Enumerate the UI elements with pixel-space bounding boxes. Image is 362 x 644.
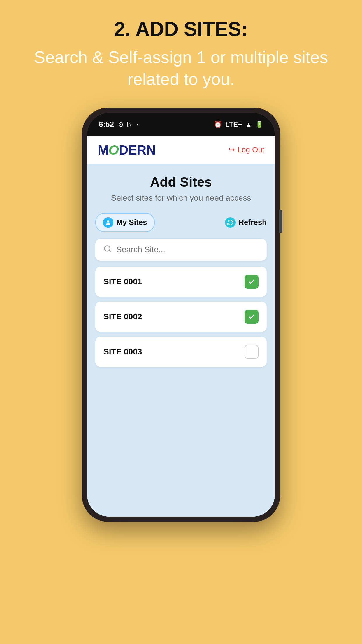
signal-icon: ▲ xyxy=(245,121,252,128)
app-header: MODERN ↪ Log Out xyxy=(87,136,275,164)
logout-label: Log Out xyxy=(237,145,264,154)
logo-mo: M xyxy=(98,142,108,158)
lte-label: LTE+ xyxy=(225,120,242,129)
site-item-0002[interactable]: SITE 0002 xyxy=(95,302,267,332)
step-title: 2. ADD SITES: xyxy=(23,18,339,40)
site-name-0002: SITE 0002 xyxy=(103,312,142,321)
side-button xyxy=(279,210,282,233)
alarm-icon: ⏰ xyxy=(214,121,222,128)
page-body: Add Sites Select sites for which you nee… xyxy=(87,164,275,517)
instruction-section: 2. ADD SITES: Search & Self-assign 1 or … xyxy=(0,0,362,102)
svg-point-1 xyxy=(105,246,110,251)
my-sites-button[interactable]: My Sites xyxy=(95,213,155,232)
logo-dern: DERN xyxy=(119,142,155,158)
status-bar: 6:52 ⊙ ▷ • ⏰ LTE+ ▲ 🔋 xyxy=(87,113,275,136)
phone-mockup: 6:52 ⊙ ▷ • ⏰ LTE+ ▲ 🔋 MODERN ↪ Lo xyxy=(82,108,280,522)
search-container[interactable] xyxy=(95,239,267,261)
search-input[interactable] xyxy=(116,245,259,254)
site-checkbox-0002[interactable] xyxy=(245,310,259,324)
step-subtitle: Search & Self-assign 1 or multiple sites… xyxy=(23,46,339,90)
app-logo: MODERN xyxy=(98,142,155,158)
status-time: 6:52 xyxy=(99,120,114,129)
phone-screen: 6:52 ⊙ ▷ • ⏰ LTE+ ▲ 🔋 MODERN ↪ Lo xyxy=(87,113,275,517)
status-left: 6:52 ⊙ ▷ • xyxy=(99,120,139,129)
site-item-0001[interactable]: SITE 0001 xyxy=(95,267,267,297)
logo-o: O xyxy=(108,142,119,158)
logout-arrow-icon: ↪ xyxy=(229,145,235,154)
status-icon-1: ⊙ xyxy=(118,121,123,128)
toolbar-row: My Sites Refresh xyxy=(95,213,267,232)
site-checkbox-0003[interactable] xyxy=(245,345,259,359)
svg-line-2 xyxy=(109,250,110,252)
app-content: MODERN ↪ Log Out Add Sites Select sites … xyxy=(87,136,275,517)
site-name-0001: SITE 0001 xyxy=(103,277,142,286)
svg-point-0 xyxy=(107,220,109,222)
my-sites-icon xyxy=(103,217,113,228)
logout-button[interactable]: ↪ Log Out xyxy=(229,145,264,154)
status-dot: • xyxy=(136,121,139,128)
site-name-0003: SITE 0003 xyxy=(103,347,142,356)
site-item-0003[interactable]: SITE 0003 xyxy=(95,337,267,367)
refresh-label: Refresh xyxy=(238,218,267,227)
page-subtitle: Select sites for which you need access xyxy=(95,193,267,203)
site-checkbox-0001[interactable] xyxy=(245,275,259,289)
page-title: Add Sites xyxy=(95,174,267,190)
battery-icon: 🔋 xyxy=(255,121,263,128)
refresh-button[interactable]: Refresh xyxy=(225,217,267,228)
status-right: ⏰ LTE+ ▲ 🔋 xyxy=(214,120,263,129)
search-icon xyxy=(103,245,112,255)
my-sites-label: My Sites xyxy=(116,218,147,227)
notch-bridge xyxy=(169,113,211,129)
status-icon-2: ▷ xyxy=(127,121,132,128)
refresh-icon xyxy=(225,217,236,228)
